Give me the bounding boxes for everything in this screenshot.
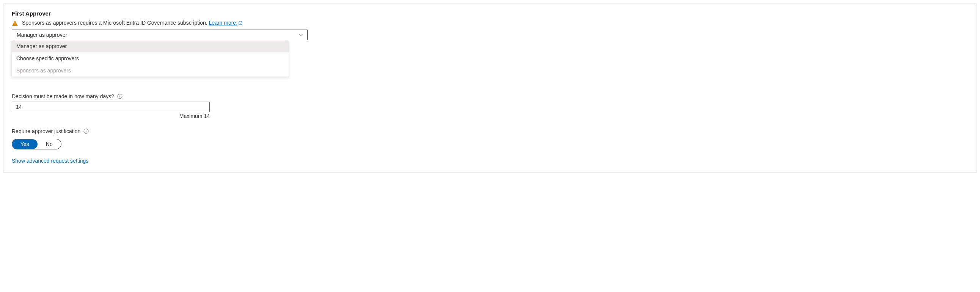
subscription-warning: Sponsors as approvers requires a Microso…: [12, 20, 968, 27]
decision-days-input[interactable]: [12, 102, 210, 112]
svg-point-6: [86, 130, 87, 130]
approver-select-value: Manager as approver: [17, 32, 67, 38]
approver-option-specific[interactable]: Choose specific approvers: [12, 52, 289, 65]
approver-option-manager[interactable]: Manager as approver: [12, 40, 289, 52]
decision-days-label: Decision must be made in how many days?: [12, 93, 114, 99]
svg-rect-4: [119, 96, 120, 97]
warning-icon: [12, 20, 18, 27]
warning-text: Sponsors as approvers requires a Microso…: [22, 20, 243, 27]
decision-days-label-row: Decision must be made in how many days?: [12, 93, 968, 99]
justification-no[interactable]: No: [38, 139, 61, 149]
approver-select[interactable]: Manager as approver: [12, 30, 307, 40]
external-link-icon: [238, 21, 243, 27]
svg-rect-0: [15, 22, 16, 24]
decision-days-hint-row: Maximum 14: [12, 113, 210, 119]
learn-more-text: Learn more.: [209, 20, 237, 26]
advanced-settings-row: Show advanced request settings: [12, 158, 968, 164]
chevron-down-icon: [298, 32, 304, 38]
first-approver-panel: First Approver Sponsors as approvers req…: [3, 3, 977, 173]
svg-rect-1: [15, 24, 16, 25]
learn-more-link[interactable]: Learn more.: [209, 20, 243, 26]
justification-yes[interactable]: Yes: [12, 139, 38, 149]
show-advanced-link[interactable]: Show advanced request settings: [12, 158, 88, 164]
justification-toggle: Yes No: [12, 139, 61, 149]
svg-rect-7: [86, 131, 86, 132]
info-icon[interactable]: [83, 129, 89, 134]
justification-label-row: Require approver justification: [12, 128, 968, 134]
decision-days-hint: Maximum 14: [180, 113, 210, 119]
section-title: First Approver: [12, 10, 968, 17]
spacer: [12, 79, 968, 93]
warning-message: Sponsors as approvers requires a Microso…: [22, 20, 209, 26]
justification-label: Require approver justification: [12, 128, 80, 134]
svg-point-3: [119, 95, 120, 95]
approver-select-wrap: Manager as approver Manager as approver …: [12, 30, 307, 76]
info-icon[interactable]: [117, 94, 123, 99]
approver-select-dropdown: Manager as approver Choose specific appr…: [12, 40, 289, 76]
approver-option-sponsors: Sponsors as approvers: [12, 65, 289, 76]
